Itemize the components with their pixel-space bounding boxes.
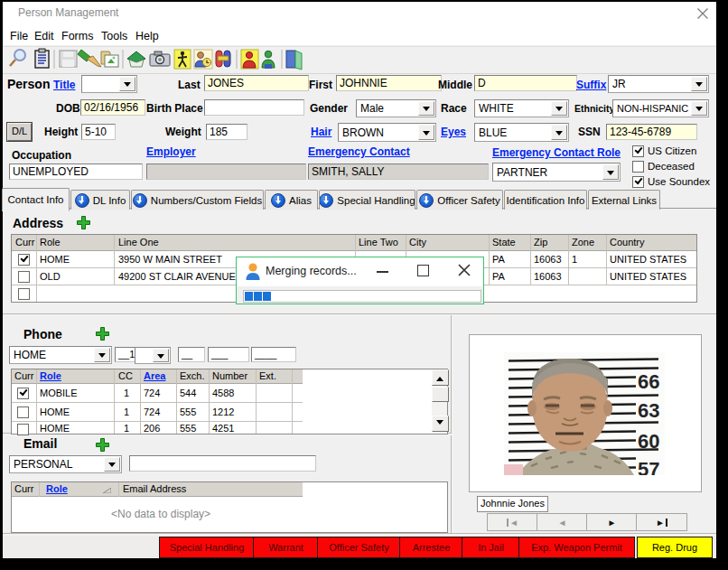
svg-text:66: 66: [638, 370, 659, 393]
svg-text:60: 60: [638, 430, 659, 453]
svg-text:63: 63: [638, 399, 659, 422]
svg-text:57: 57: [638, 458, 659, 475]
